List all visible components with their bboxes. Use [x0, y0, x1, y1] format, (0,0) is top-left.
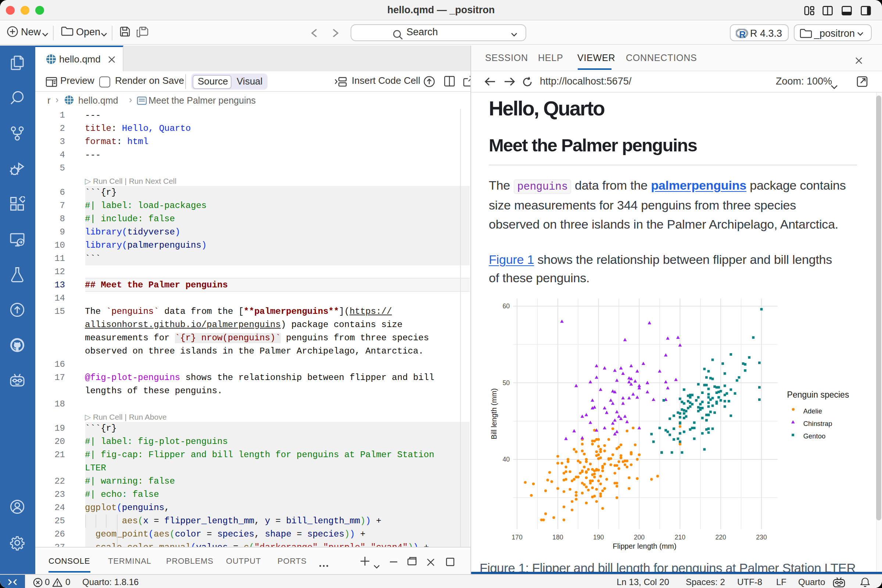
svg-text:60: 60	[502, 303, 509, 310]
svg-text:230: 230	[756, 534, 766, 541]
svg-text:210: 210	[674, 534, 686, 541]
svg-text:190: 190	[593, 534, 604, 541]
svg-text:Penguin species: Penguin species	[787, 390, 849, 399]
svg-text:200: 200	[634, 534, 645, 541]
svg-text:170: 170	[511, 534, 522, 541]
svg-text:40: 40	[502, 456, 509, 463]
svg-text:R: R	[739, 29, 745, 39]
svg-text:Flipper length (mm): Flipper length (mm)	[612, 542, 676, 550]
svg-text:Bill length (mm): Bill length (mm)	[489, 388, 498, 440]
svg-text:50: 50	[502, 379, 509, 387]
svg-text:Chinstrap: Chinstrap	[803, 420, 832, 428]
svg-text:Gentoo: Gentoo	[803, 432, 825, 440]
svg-text:220: 220	[715, 534, 726, 541]
svg-text:Adelie: Adelie	[803, 407, 822, 415]
svg-text:180: 180	[552, 534, 563, 541]
